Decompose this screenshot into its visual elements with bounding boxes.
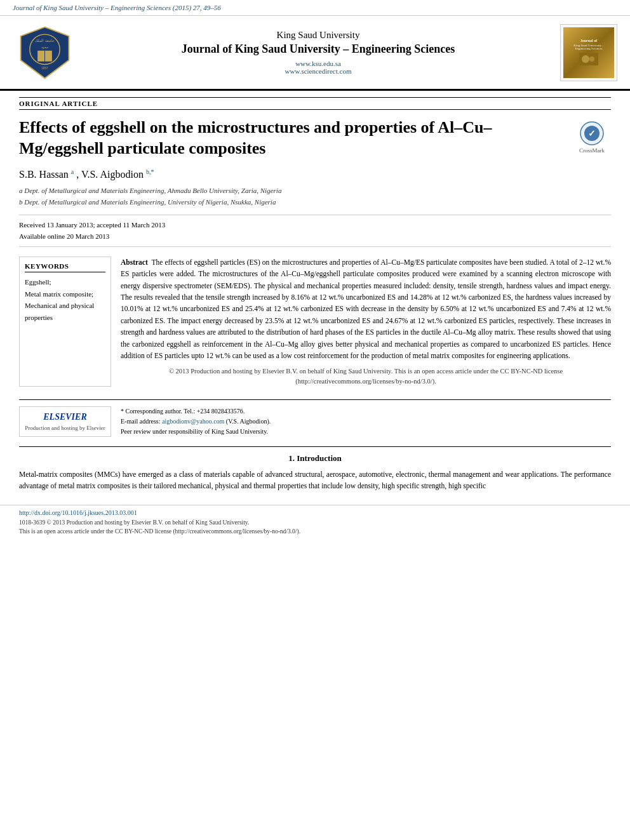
affiliation2: b Dept. of Metallurgical and Materials E… bbox=[19, 197, 611, 208]
two-col-section: 1. Introduction Metal-matrix composites … bbox=[19, 453, 611, 492]
cover-graphic bbox=[579, 53, 598, 65]
journal-full-name: Journal of King Saud University – Engine… bbox=[83, 43, 554, 56]
section-divider bbox=[19, 399, 611, 400]
abstract-section: KEYWORDS Eggshell; Metal matrix composit… bbox=[19, 257, 611, 387]
keyword-1: Eggshell; bbox=[25, 276, 105, 288]
ksu-emblem-icon: جامعة الملك سعود 1957 bbox=[15, 24, 75, 81]
abstract-label: Abstract bbox=[121, 258, 148, 266]
author1-name: S.B. Hassan bbox=[19, 169, 69, 180]
crossmark-badge: ✓ CrossMark bbox=[573, 121, 611, 154]
footer-line2: This is an open access article under the… bbox=[19, 527, 611, 536]
top-bar: Journal of King Saud University – Engine… bbox=[0, 0, 630, 16]
peer-review-text: Peer review under responsibility of King… bbox=[121, 428, 268, 435]
article-dates: Received 13 January 2013; accepted 11 Ma… bbox=[19, 215, 611, 247]
keyword-3: Mechanical and physical properties bbox=[25, 300, 105, 323]
footnote-right: * Corresponding author. Tel.: +234 80284… bbox=[121, 406, 611, 437]
main-content: ORIGINAL ARTICLE Effects of eggshell on … bbox=[0, 91, 630, 498]
keywords-title: KEYWORDS bbox=[25, 262, 105, 272]
svg-point-9 bbox=[589, 57, 594, 62]
abstract-content: Abstract The effects of eggshell particl… bbox=[121, 257, 611, 387]
keywords-list: Eggshell; Metal matrix composite; Mechan… bbox=[25, 276, 105, 324]
email-link[interactable]: aigbodionv@yahoo.com bbox=[162, 418, 224, 425]
svg-text:✓: ✓ bbox=[588, 129, 596, 138]
journal-urls: www.ksu.edu.sa www.sciencedirect.com bbox=[83, 60, 554, 75]
email-suffix: (V.S. Aigbodion). bbox=[224, 418, 271, 425]
divider-2 bbox=[19, 446, 611, 447]
received-date: Received 13 January 2013; accepted 11 Ma… bbox=[19, 219, 611, 231]
elsevier-box-section: ELSEVIER Production and hosting by Elsev… bbox=[19, 406, 111, 437]
page-footer: http://dx.doi.org/10.1016/j.jksues.2013.… bbox=[0, 505, 630, 540]
journal-cover-thumbnail: Journal of King Saud University – Engine… bbox=[560, 24, 617, 81]
url1: www.ksu.edu.sa bbox=[295, 60, 341, 67]
abstract-body: The effects of eggshell particles (ES) o… bbox=[121, 258, 611, 359]
article-type-label: ORIGINAL ARTICLE bbox=[19, 97, 611, 110]
author2-sup: b,* bbox=[146, 168, 154, 175]
available-date: Available online 20 March 2013 bbox=[19, 230, 611, 243]
intro-body: Metal-matrix composites (MMCs) have emer… bbox=[19, 469, 611, 492]
intro-heading: 1. Introduction bbox=[19, 453, 611, 463]
author-separator: , V.S. Aigbodion bbox=[76, 169, 146, 180]
bottom-notes: ELSEVIER Production and hosting by Elsev… bbox=[19, 406, 611, 437]
title-section: Effects of eggshell on the microstructur… bbox=[19, 117, 611, 159]
footer-line1: 1018-3639 © 2013 Production and hosting … bbox=[19, 518, 611, 527]
article-title: Effects of eggshell on the microstructur… bbox=[19, 117, 573, 159]
abstract-copyright: © 2013 Production and hosting by Elsevie… bbox=[121, 366, 611, 387]
email-label: E-mail address: bbox=[121, 418, 162, 425]
crossmark-icon: ✓ bbox=[579, 121, 605, 146]
journal-header-line: Journal of King Saud University – Engine… bbox=[13, 4, 221, 11]
authors-line: S.B. Hassan a , V.S. Aigbodion b,* bbox=[19, 168, 611, 180]
abstract-text: Abstract The effects of eggshell particl… bbox=[121, 257, 611, 362]
author1-sup: a bbox=[71, 168, 74, 175]
url2: www.sciencedirect.com bbox=[285, 67, 352, 75]
introduction-section: 1. Introduction Metal-matrix composites … bbox=[19, 453, 611, 492]
journal-header: جامعة الملك سعود 1957 King Saud Universi… bbox=[0, 16, 630, 91]
journal-header-center: King Saud University Journal of King Sau… bbox=[83, 30, 554, 75]
elsevier-hosting-box: ELSEVIER Production and hosting by Elsev… bbox=[19, 406, 111, 437]
affiliation1: a Dept. of Metallurgical and Materials E… bbox=[19, 185, 611, 197]
crossmark-label: CrossMark bbox=[579, 147, 605, 154]
svg-point-8 bbox=[582, 55, 589, 63]
svg-text:جامعة الملك: جامعة الملك bbox=[35, 39, 54, 43]
university-name: King Saud University bbox=[83, 30, 554, 41]
doi-link[interactable]: http://dx.doi.org/10.1016/j.jksues.2013.… bbox=[19, 509, 611, 516]
keywords-box: KEYWORDS Eggshell; Metal matrix composit… bbox=[19, 257, 111, 387]
corresponding-text: * Corresponding author. Tel.: +234 80284… bbox=[121, 408, 245, 415]
ksu-logo-left: جامعة الملك سعود 1957 bbox=[13, 22, 76, 83]
keyword-2: Metal matrix composite; bbox=[25, 288, 105, 300]
affiliations: a Dept. of Metallurgical and Materials E… bbox=[19, 185, 611, 208]
elsevier-hosting-text: Production and hosting by Elsevier bbox=[25, 425, 105, 431]
svg-text:1957: 1957 bbox=[41, 67, 48, 70]
elsevier-logo: ELSEVIER bbox=[25, 412, 105, 422]
corresponding-author-note: * Corresponding author. Tel.: +234 80284… bbox=[121, 406, 611, 437]
